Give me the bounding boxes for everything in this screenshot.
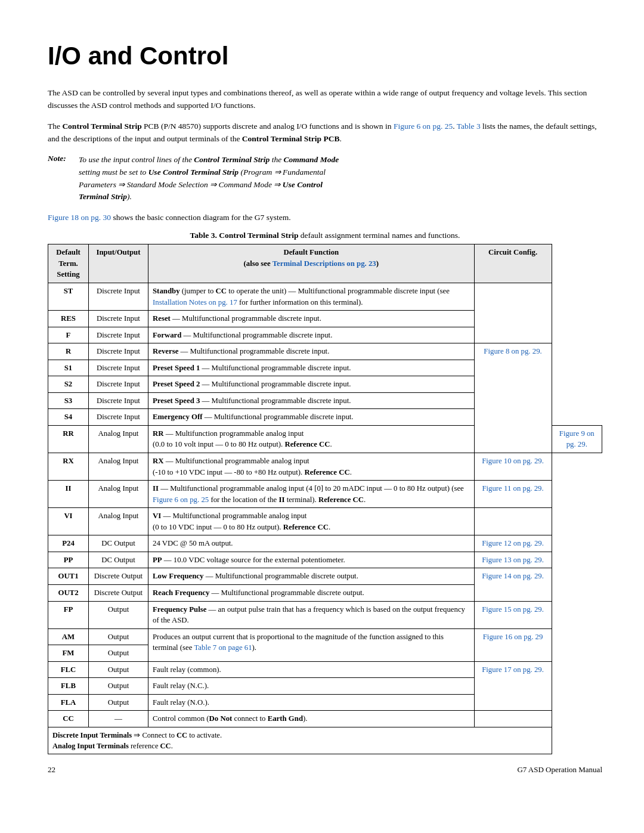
term-fm: FM: [48, 645, 89, 662]
term-res: RES: [48, 311, 89, 327]
figure10-link[interactable]: Figure 10 on pg. 29.: [482, 457, 544, 465]
figure-line: Figure 18 on pg. 30 shows the basic conn…: [48, 213, 602, 222]
io-fla: Output: [89, 694, 148, 711]
figure18-link[interactable]: Figure 18 on pg. 30: [48, 213, 111, 222]
intro-para1: The ASD can be controlled by several inp…: [48, 87, 602, 112]
func-cc: Control common (Do Not connect to Earth …: [148, 711, 475, 727]
func-f: Forward — Multifunctional programmable d…: [148, 327, 475, 343]
func-am-fm: Produces an output current that is propo…: [148, 628, 475, 661]
table-row: RX Analog Input RX — Multifunctional pro…: [48, 453, 602, 481]
circuit-out1: Figure 14 on pg. 29.: [474, 568, 552, 601]
main-table: DefaultTerm.Setting Input/Output Default…: [48, 244, 602, 754]
io-rr: Analog Input: [89, 425, 148, 453]
term-flc: FLC: [48, 661, 89, 678]
term-flb: FLB: [48, 678, 89, 695]
th-default-term: DefaultTerm.Setting: [48, 244, 89, 283]
table-row: FLC Output Fault relay (common). Figure …: [48, 661, 602, 678]
circuit-flc: Figure 17 on pg. 29.: [474, 661, 552, 711]
circuit-ii: Figure 11 on pg. 29.: [474, 481, 552, 508]
term-out2: OUT2: [48, 584, 89, 601]
io-out1: Discrete Output: [89, 568, 148, 585]
func-fp: Frequency Pulse — an output pulse train …: [148, 601, 475, 628]
func-s2: Preset Speed 2 — Multifunctional program…: [148, 376, 475, 393]
term-pp: PP: [48, 552, 89, 568]
ctrl-strip-bold: Control Terminal Strip: [62, 122, 141, 131]
table-footer-row1: Discrete Input Terminals ⇒ Connect to CC…: [48, 727, 602, 754]
term-rx: RX: [48, 453, 89, 481]
figure17-link[interactable]: Figure 17 on pg. 29.: [482, 665, 544, 674]
table7-link[interactable]: Table 7 on page 61: [194, 643, 252, 652]
term-r: R: [48, 343, 89, 360]
term-s4: S4: [48, 409, 89, 426]
figure6-link[interactable]: Figure 6 on pg. 25: [394, 122, 453, 131]
io-flc: Output: [89, 661, 148, 678]
table-row: ST Discrete Input Standby (jumper to CC …: [48, 283, 602, 311]
table-row: VI Analog Input VI — Multifunctional pro…: [48, 508, 602, 535]
figure14-link[interactable]: Figure 14 on pg. 29.: [482, 572, 544, 580]
figure13-link[interactable]: Figure 13 on pg. 29.: [482, 556, 544, 564]
io-out2: Discrete Output: [89, 584, 148, 601]
io-fp: Output: [89, 601, 148, 628]
func-res: Reset — Multifunctional programmable dis…: [148, 311, 475, 327]
table-row: II Analog Input II — Multifunctional pro…: [48, 481, 602, 508]
term-cc: CC: [48, 711, 89, 727]
func-flb: Fault relay (N.C.).: [148, 678, 475, 695]
figure15-link[interactable]: Figure 15 on pg. 29.: [482, 605, 544, 614]
io-st: Discrete Input: [89, 283, 148, 311]
circuit-pp: Figure 13 on pg. 29.: [474, 552, 552, 568]
th-circuit-config: Circuit Config.: [474, 244, 552, 283]
table-row: PP DC Output PP — 10.0 VDC voltage sourc…: [48, 552, 602, 568]
io-p24: DC Output: [89, 535, 148, 552]
term-out1: OUT1: [48, 568, 89, 585]
term-am: AM: [48, 628, 89, 645]
io-s3: Discrete Input: [89, 392, 148, 409]
io-s4: Discrete Input: [89, 409, 148, 426]
table-row: CC — Control common (Do Not connect to E…: [48, 711, 602, 727]
term-vi: VI: [48, 508, 89, 535]
circuit-vi: [474, 508, 552, 535]
figure12-link[interactable]: Figure 12 on pg. 29.: [482, 539, 544, 547]
figure9-link[interactable]: Figure 9 on pg. 29.: [559, 429, 595, 449]
table3-link[interactable]: Table 3: [457, 122, 481, 131]
io-rx: Analog Input: [89, 453, 148, 481]
figure16-link[interactable]: Figure 16 on pg. 29: [483, 633, 543, 641]
page-number: 22: [48, 765, 55, 775]
term-ii: II: [48, 481, 89, 508]
func-s4: Emergency Off — Multifunctional programm…: [148, 409, 475, 426]
figure8-link[interactable]: Figure 8 on pg. 29.: [484, 347, 541, 355]
func-s1: Preset Speed 1 — Multifunctional program…: [148, 360, 475, 376]
term-s2: S2: [48, 376, 89, 393]
table-row: FP Output Frequency Pulse — an output pu…: [48, 601, 602, 628]
note-block: Note: To use the input control lines of …: [48, 154, 602, 204]
func-out2: Reach Frequency — Multifunctional progra…: [148, 584, 475, 601]
circuit-cc: [474, 711, 552, 727]
term-rr: RR: [48, 425, 89, 453]
circuit-st: [474, 283, 552, 343]
io-f: Discrete Input: [89, 327, 148, 343]
io-pp: DC Output: [89, 552, 148, 568]
table-row: R Discrete Input Reverse — Multifunction…: [48, 343, 602, 360]
figure11-link[interactable]: Figure 11 on pg. 29.: [482, 484, 543, 493]
table-row: AM Output Produces an output current tha…: [48, 628, 602, 645]
func-flc: Fault relay (common).: [148, 661, 475, 678]
terminal-desc-link[interactable]: Terminal Descriptions on pg. 23: [273, 259, 376, 268]
th-input-output: Input/Output: [89, 244, 148, 283]
install-notes-link[interactable]: Installation Notes on pg. 17: [153, 298, 237, 306]
io-vi: Analog Input: [89, 508, 148, 535]
figure6-ii-link[interactable]: Figure 6 on pg. 25: [153, 496, 209, 504]
note-text: To use the input control lines of the Co…: [79, 154, 339, 204]
page-title: I/O and Control: [48, 42, 602, 70]
circuit-fp: Figure 15 on pg. 29.: [474, 601, 552, 628]
func-vi: VI — Multifunctional programmable analog…: [148, 508, 475, 535]
term-s3: S3: [48, 392, 89, 409]
io-ii: Analog Input: [89, 481, 148, 508]
func-fla: Fault relay (N.O.).: [148, 694, 475, 711]
term-f: F: [48, 327, 89, 343]
io-s2: Discrete Input: [89, 376, 148, 393]
note-label: Note:: [48, 154, 79, 204]
func-pp: PP — 10.0 VDC voltage source for the ext…: [148, 552, 475, 568]
intro-para2: The Control Terminal Strip PCB (P/N 4857…: [48, 120, 602, 145]
term-st: ST: [48, 283, 89, 311]
func-rx: RX — Multifunctional programmable analog…: [148, 453, 475, 481]
manual-title: G7 ASD Operation Manual: [517, 765, 602, 775]
